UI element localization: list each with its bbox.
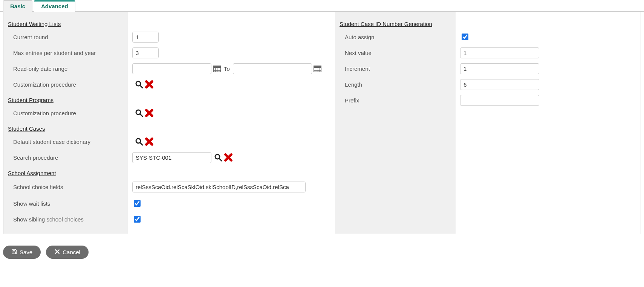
save-label: Save [20, 249, 32, 255]
label-next-value: Next value [340, 45, 451, 61]
label-increment: Increment [340, 61, 451, 76]
right-fields-column [456, 12, 641, 234]
search-icon[interactable] [214, 153, 223, 162]
delete-icon[interactable] [144, 137, 154, 147]
tab-bar: Basic Advanced [0, 0, 644, 12]
svg-line-1 [140, 85, 142, 88]
label-default-case-dict: Default student case dictionary [8, 134, 123, 150]
svg-line-5 [140, 114, 142, 116]
cancel-button[interactable]: Cancel [46, 246, 89, 259]
delete-icon[interactable] [223, 153, 233, 162]
label-readonly-range: Read-only date range [8, 61, 123, 76]
max-entries-input[interactable] [132, 47, 159, 58]
label-max-entries: Max entries per student and year [8, 45, 123, 61]
section-programs: Student Programs [8, 95, 54, 105]
date-to-input[interactable] [233, 63, 312, 74]
show-wait-checkbox[interactable] [134, 200, 141, 207]
section-caseid-gen: Student Case ID Number Generation [340, 19, 432, 29]
search-icon[interactable] [135, 108, 144, 118]
current-round-input[interactable] [132, 32, 159, 43]
search-icon[interactable] [135, 137, 144, 146]
left-fields-column: To [128, 12, 335, 234]
label-prefix: Prefix [340, 92, 451, 108]
calendar-to-icon[interactable] [314, 66, 321, 72]
search-proc-input[interactable] [132, 152, 211, 163]
section-waiting-lists: Student Waiting Lists [8, 19, 61, 29]
next-value-input[interactable] [460, 47, 539, 58]
prefix-input[interactable] [460, 95, 539, 106]
delete-icon[interactable] [144, 79, 154, 89]
label-school-choice: School choice fields [8, 178, 123, 195]
tab-basic[interactable]: Basic [3, 0, 32, 12]
button-bar: Save Cancel [3, 246, 641, 259]
delete-icon[interactable] [144, 108, 154, 118]
label-cust-proc-wait: Customization procedure [8, 76, 123, 92]
label-show-wait: Show wait lists [8, 195, 123, 211]
calendar-from-icon[interactable] [213, 66, 221, 72]
label-current-round: Current round [8, 29, 123, 45]
section-school: School Assignment [8, 168, 56, 178]
save-icon [11, 249, 17, 256]
search-icon[interactable] [135, 80, 144, 89]
increment-input[interactable] [460, 63, 539, 74]
svg-line-9 [140, 143, 142, 145]
cancel-label: Cancel [63, 249, 80, 255]
svg-line-13 [219, 159, 222, 161]
save-button[interactable]: Save [3, 246, 41, 259]
label-auto-assign: Auto assign [340, 29, 451, 45]
school-choice-input[interactable] [132, 182, 306, 192]
left-labels-column: Student Waiting Lists Current round Max … [3, 12, 128, 234]
auto-assign-checkbox[interactable] [462, 34, 468, 40]
label-cust-proc-prog: Customization procedure [8, 105, 123, 121]
label-length: Length [340, 76, 451, 92]
advanced-panel: Student Waiting Lists Current round Max … [3, 12, 641, 234]
to-label: To [224, 66, 230, 72]
length-input[interactable] [460, 79, 539, 90]
right-labels-column: Student Case ID Number Generation Auto a… [335, 12, 456, 234]
label-show-sibling: Show sibling school choices [8, 211, 123, 227]
date-from-input[interactable] [132, 63, 211, 74]
cancel-icon [54, 249, 60, 256]
show-sibling-checkbox[interactable] [134, 216, 141, 223]
section-cases: Student Cases [8, 124, 45, 133]
tab-advanced[interactable]: Advanced [34, 0, 75, 12]
label-search-proc: Search procedure [8, 150, 123, 165]
